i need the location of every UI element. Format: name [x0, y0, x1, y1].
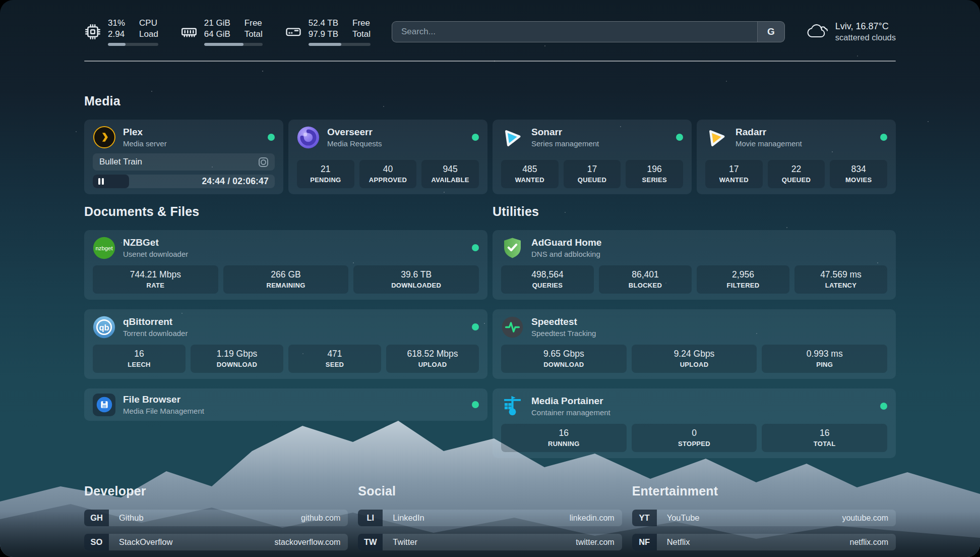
stat-remaining: 266 GBREMAINING [223, 265, 349, 294]
cpu-load-value: 2.94 [108, 29, 125, 40]
media-thumbnail-icon [259, 157, 268, 167]
nzbget-icon: nzbget [93, 237, 115, 259]
service-subtitle: Media server [123, 139, 167, 148]
cpu-progress-bar [108, 43, 158, 46]
memory-total-value: 64 GiB [204, 29, 230, 40]
service-card-filebrowser[interactable]: File Browser Media File Management [84, 388, 487, 421]
bookmark-linkedin[interactable]: LI LinkedIn linkedin.com [358, 510, 622, 526]
playback-progress-bar: 24:44 / 02:06:47 [93, 175, 275, 188]
status-dot [472, 323, 479, 330]
now-playing-title: Bullet Train [99, 157, 142, 167]
section-heading-media: Media [84, 94, 896, 108]
bookmark-abbr: TW [358, 534, 383, 550]
cpu-usage-value: 31% [108, 18, 125, 29]
service-card-radarr[interactable]: Radarr Movie management 17WANTED 22QUEUE… [697, 120, 896, 194]
status-dot [472, 244, 479, 251]
section-heading-developer: Developer [84, 484, 348, 498]
bookmark-abbr: SO [84, 534, 109, 550]
disk-widget: 52.4 TB 97.9 TB Free Total [285, 18, 371, 46]
service-title: AdGuard Home [531, 237, 601, 248]
bookmark-netflix[interactable]: NF Netflix netflix.com [632, 534, 896, 550]
service-subtitle: Container management [531, 408, 610, 417]
bookmark-github[interactable]: GH Github github.com [84, 510, 348, 526]
stat-queued: 22QUEUED [768, 160, 825, 188]
stat-pending: 21PENDING [297, 160, 354, 188]
service-card-speedtest[interactable]: Speedtest Speedtest Tracking 9.65 GbpsDO… [493, 309, 896, 379]
portainer-icon [501, 395, 524, 418]
stat-blocked: 86,401BLOCKED [599, 265, 692, 294]
bookmark-abbr: GH [84, 510, 109, 526]
bookmark-url: netflix.com [850, 538, 888, 547]
stat-available: 945AVAILABLE [421, 160, 479, 188]
bookmark-url: twitter.com [576, 538, 614, 547]
stat-latency: 47.569 msLATENCY [794, 265, 887, 294]
bookmark-name: Twitter [393, 537, 417, 547]
status-dot [268, 134, 275, 141]
service-card-nzbget[interactable]: nzbget NZBGet Usenet downloader 744.21 M… [84, 230, 487, 300]
memory-progress-bar [204, 43, 263, 46]
cloud-icon [806, 22, 828, 42]
service-subtitle: Speedtest Tracking [531, 329, 596, 338]
section-heading-documents: Documents & Files [84, 204, 487, 219]
memory-total-label: Total [244, 29, 263, 40]
bookmark-youtube[interactable]: YT YouTube youtube.com [632, 510, 896, 526]
pause-icon[interactable] [98, 178, 104, 185]
status-dot [472, 134, 479, 141]
section-heading-entertainment: Entertainment [632, 484, 896, 498]
service-card-sonarr[interactable]: Sonarr Series management 485WANTED 17QUE… [493, 120, 692, 194]
weather-widget[interactable]: Lviv, 16.87°C scattered clouds [806, 21, 896, 42]
cpu-usage-label: CPU [139, 18, 158, 29]
service-card-portainer[interactable]: Media Portainer Container management 16R… [493, 388, 896, 458]
status-dot [472, 401, 479, 408]
disk-total-value: 97.9 TB [309, 29, 338, 40]
service-title: NZBGet [123, 237, 188, 248]
search-input[interactable] [392, 22, 757, 42]
bookmark-url: stackoverflow.com [275, 538, 341, 547]
stat-running: 16RUNNING [501, 424, 627, 452]
stat-series: 196SERIES [626, 160, 683, 188]
service-card-overseerr[interactable]: Overseerr Media Requests 21PENDING 40APP… [288, 120, 487, 194]
service-title: Speedtest [531, 316, 596, 327]
status-dot [676, 134, 683, 141]
radarr-icon [705, 126, 728, 149]
service-subtitle: Torrent downloader [123, 329, 188, 338]
stat-wanted: 17WANTED [705, 160, 763, 188]
service-title: qBittorrent [123, 316, 188, 327]
cpu-load-label: Load [139, 29, 158, 40]
bookmark-abbr: NF [632, 534, 657, 550]
status-dot [880, 134, 887, 141]
search-bar: G [392, 21, 785, 42]
disk-progress-bar [309, 43, 371, 46]
bookmark-abbr: YT [632, 510, 657, 526]
memory-free-value: 21 GiB [204, 18, 230, 29]
disk-free-label: Free [352, 18, 371, 29]
service-card-plex[interactable]: Plex Media server Bullet Train 24:44 / [84, 120, 283, 194]
now-playing-bar: Bullet Train [93, 153, 275, 171]
section-heading-social: Social [358, 484, 622, 498]
stat-upload: 618.52 MbpsUPLOAD [386, 345, 479, 373]
weather-location: Lviv, 16.87°C [835, 21, 896, 32]
playback-time: 24:44 / 02:06:47 [202, 176, 275, 187]
bookmark-url: linkedin.com [570, 514, 615, 523]
service-subtitle: Media Requests [327, 139, 382, 148]
service-subtitle: DNS and adblocking [531, 250, 601, 258]
stat-download: 1.19 GbpsDOWNLOAD [191, 345, 283, 373]
bookmark-name: YouTube [667, 513, 700, 523]
service-title: Radarr [736, 127, 802, 138]
bookmark-twitter[interactable]: TW Twitter twitter.com [358, 534, 622, 550]
stat-upload: 9.24 GbpsUPLOAD [632, 345, 757, 373]
section-heading-utilities: Utilities [493, 204, 896, 219]
stat-wanted: 485WANTED [501, 160, 559, 188]
search-provider-button[interactable]: G [757, 22, 784, 42]
status-dot [880, 403, 887, 410]
service-subtitle: Series management [531, 139, 599, 148]
section-utilities: Utilities AdGuard Home [493, 204, 896, 468]
memory-icon [180, 23, 198, 40]
stat-leech: 16LEECH [93, 345, 186, 373]
stat-downloaded: 39.6 TBDOWNLOADED [353, 265, 479, 294]
bookmark-name: LinkedIn [393, 513, 424, 523]
stat-seed: 471SEED [288, 345, 381, 373]
service-card-qbittorrent[interactable]: qb qBittorrent Torrent downloader 16LEEC… [84, 309, 487, 379]
bookmark-stackoverflow[interactable]: SO StackOverflow stackoverflow.com [84, 534, 348, 550]
service-card-adguard[interactable]: AdGuard Home DNS and adblocking 498,564Q… [493, 230, 896, 300]
